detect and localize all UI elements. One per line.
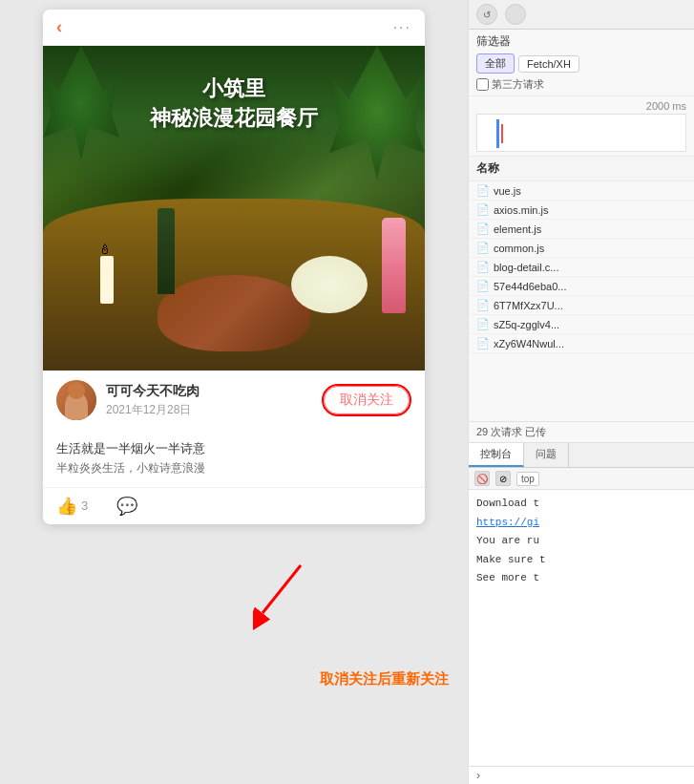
console-line-seemore: See more t [476,570,686,587]
file-name: sZ5q-zgglv4... [494,319,559,330]
tab-issues[interactable]: 问题 [524,443,569,467]
wine-bottle [158,208,175,294]
console-toolbar: 🚫 ⊘ top [469,468,694,490]
file-icon: 📄 [476,337,490,350]
file-name: 57e44d6eba0... [494,281,566,292]
timeline-bar[interactable] [476,114,686,152]
avatar-image [56,380,96,420]
console-top-button[interactable]: top [516,472,539,486]
third-party-label: 第三方请求 [492,77,544,92]
console-input[interactable] [484,770,686,781]
svg-line-1 [263,565,301,613]
devtools-panel: ↺ 筛选器 全部 Fetch/XH 第三方请求 2000 ms 名称 📄 vue… [468,0,694,784]
list-item[interactable]: 📄 element.js [469,220,694,239]
more-options-icon[interactable]: ··· [393,19,411,36]
filter-label: 筛选器 [476,33,686,50]
file-icon: 📄 [476,318,490,330]
arrow-annotation [253,556,310,636]
file-name: xZy6W4Nwul... [494,338,564,350]
pasta-plate [291,256,368,313]
list-item[interactable]: 📄 axios.min.js [469,201,694,220]
devtools-header: ↺ [469,0,694,30]
food-scene [43,122,425,371]
list-item[interactable]: 📄 xZy6W4Nwul... [469,334,694,353]
file-name: vue.js [494,185,521,197]
timeline-fill-blue [496,119,499,148]
fish-dish [158,275,310,351]
third-party-checkbox[interactable] [476,78,489,91]
filter-row: 全部 Fetch/XH [476,53,686,74]
third-party-checkbox-row: 第三方请求 [476,77,686,92]
file-icon: 📄 [476,184,490,197]
phone-frame: ‹ ··· 小筑里 神秘浪漫花园餐厅 [43,10,425,524]
timeline-label: 2000 ms [476,100,686,112]
devtools-circle-btn1[interactable]: ↺ [476,4,497,25]
author-name: 可可今天不吃肉 [106,383,322,400]
pink-drink-bottle [382,218,406,313]
file-icon: 📄 [476,299,490,311]
content-text: 生活就是一半烟火一半诗意 半粒炎炎生活，小粒诗意浪漫 [43,430,425,488]
bottom-tabs: 控制台 问题 [469,443,694,468]
list-item[interactable]: 📄 common.js [469,239,694,258]
timeline-fill-red [501,124,503,143]
console-clear-btn[interactable]: 🚫 [474,471,490,486]
file-icon: 📄 [476,222,490,235]
unfollow-button[interactable]: 取消关注 [324,386,410,414]
prompt-arrow-icon: › [476,769,480,782]
avatar-figure [65,392,88,420]
file-icon: 📄 [476,261,490,273]
back-arrow-icon[interactable]: ‹ [56,17,62,37]
console-prompt: › [469,766,694,784]
candle [100,256,114,304]
follow-btn-wrapper: 取消关注 [322,384,411,416]
comment-icon: 💬 [116,496,137,517]
author-avatar [56,380,96,420]
hero-image: 小筑里 神秘浪漫花园餐厅 [43,46,425,371]
devtools-circle-btn2[interactable] [505,4,526,25]
comment-button[interactable]: 💬 [116,496,137,517]
file-name: axios.min.js [494,204,548,216]
timeline-section: 2000 ms [469,96,694,157]
file-icon: 📄 [476,242,490,254]
annotation-label: 取消关注后重新关注 [320,670,449,689]
file-name: common.js [494,243,544,254]
filter-all-btn[interactable]: 全部 [476,53,515,74]
file-name: element.js [494,223,541,235]
tab-console[interactable]: 控制台 [469,443,524,467]
like-count: 3 [81,498,88,513]
list-item[interactable]: 📄 sZ5q-zgglv4... [469,315,694,334]
list-item[interactable]: 📄 57e44d6eba0... [469,277,694,296]
left-panel: ‹ ··· 小筑里 神秘浪漫花园餐厅 [0,0,468,784]
list-item[interactable]: 📄 vue.js [469,181,694,201]
requests-count: 29 次请求 已传 [469,422,694,443]
console-output: Download t https://gi You are ru Make su… [469,490,694,766]
like-button[interactable]: 👍 3 [56,496,88,517]
list-item[interactable]: 📄 blog-detail.c... [469,258,694,277]
console-line-download: Download t [476,496,686,513]
console-link[interactable]: https://gi [476,517,539,528]
phone-header: ‹ ··· [43,10,425,46]
file-icon: 📄 [476,203,490,216]
thumbs-up-icon: 👍 [56,496,77,517]
list-item[interactable]: 📄 6T7MfXzx7U... [469,296,694,315]
image-title-line1: 小筑里 [150,74,318,104]
file-name: 6T7MfXzx7U... [494,300,563,311]
action-bar: 👍 3 💬 [43,488,425,524]
content-line1: 生活就是一半烟火一半诗意 [56,439,411,459]
follow-btn-highlight-box: 取消关注 [322,384,411,416]
console-filter-btn[interactable]: ⊘ [495,471,511,486]
console-line-makesure: Make sure t [476,552,686,569]
author-date: 2021年12月28日 [106,402,322,418]
file-icon: 📄 [476,280,490,292]
console-line-link: https://gi [476,515,686,532]
console-line-youare: You are ru [476,533,686,550]
filter-fetch-btn[interactable]: Fetch/XH [518,55,579,73]
author-info: 可可今天不吃肉 2021年12月28日 [106,383,322,418]
filter-section: 筛选器 全部 Fetch/XH 第三方请求 [469,30,694,96]
file-name: blog-detail.c... [494,262,558,273]
names-header: 名称 [469,157,694,181]
red-arrow-svg [253,556,310,632]
author-section: 可可今天不吃肉 2021年12月28日 取消关注 [43,371,425,430]
names-section: 名称 📄 vue.js 📄 axios.min.js 📄 element.js … [469,157,694,422]
content-line2: 半粒炎炎生活，小粒诗意浪漫 [56,459,411,477]
